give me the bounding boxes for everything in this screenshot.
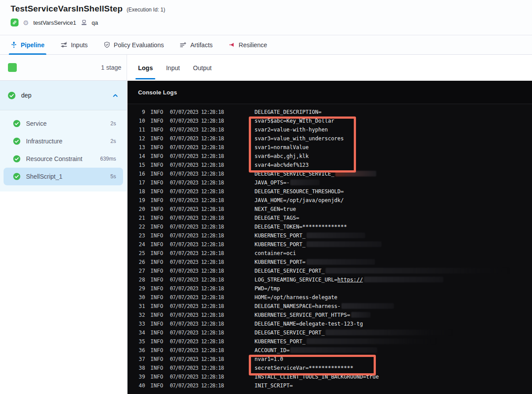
- inputs-icon: [60, 41, 67, 49]
- log-line: 17INFO07/07/2023 12:28:18JAVA_OPTS=-: [127, 180, 532, 188]
- execution-meta-row: ⚙ testVarsService1 qa: [11, 18, 98, 27]
- log-tab-bar: Logs Input Output: [127, 55, 532, 81]
- log-line: 10INFO07/07/2023 12:28:18svar5$abc=Key_W…: [127, 118, 532, 127]
- success-check-icon: [8, 92, 15, 99]
- log-line: 16INFO07/07/2023 12:28:18DELEGATE_SERVIC…: [127, 171, 532, 180]
- step-duration: 639ms: [100, 156, 116, 162]
- tab-logs[interactable]: Logs: [138, 55, 153, 81]
- redacted-value: [341, 303, 394, 309]
- redacted-value: [326, 268, 510, 274]
- tab-resilience-label: Resilience: [239, 41, 267, 49]
- log-line: 12INFO07/07/2023 12:28:18svar3=value_wit…: [127, 135, 532, 144]
- tab-pipeline-label: Pipeline: [21, 41, 45, 49]
- redacted-value: [335, 171, 376, 176]
- environment-icon: [81, 19, 87, 26]
- redacted-value: [364, 277, 443, 282]
- tab-policy-evaluations-label: Policy Evaluations: [114, 41, 164, 49]
- success-check-icon: [13, 173, 20, 180]
- log-line: 32INFO07/07/2023 12:28:18KUBERNETES_SERV…: [127, 312, 532, 321]
- log-line: 36INFO07/07/2023 12:28:18ACCOUNT_ID=: [127, 347, 532, 356]
- log-line: 39INFO07/07/2023 12:28:18INSTALL_CLIENT_…: [127, 374, 532, 383]
- log-line: 25INFO07/07/2023 12:28:18container=oci: [127, 250, 532, 259]
- step-row-resource-constraint[interactable]: Resource Constraint 639ms: [4, 150, 123, 168]
- resilience-icon: [229, 41, 235, 48]
- tab-artifacts-label: Artifacts: [190, 41, 213, 49]
- pipeline-icon: [11, 41, 17, 48]
- log-line: 14INFO07/07/2023 12:28:18svar6=abc,ghj,k…: [127, 153, 532, 162]
- step-row-service[interactable]: Service 2s: [4, 115, 123, 132]
- step-list: Service 2s Infrastructure 2s Resource Co…: [0, 110, 127, 191]
- log-line: 15INFO07/07/2023 12:28:18svar4=abc%def%1…: [127, 162, 532, 171]
- redacted-value: [326, 330, 453, 335]
- step-name: Service: [26, 120, 47, 127]
- tab-pipeline[interactable]: Pipeline: [11, 35, 45, 54]
- log-line: 27INFO07/07/2023 12:28:18DELEGATE_SERVIC…: [127, 268, 532, 277]
- redacted-value: [307, 259, 375, 265]
- log-line: 40INFO07/07/2023 12:28:18INIT_SCRIPT=: [127, 383, 532, 391]
- step-duration: 2s: [110, 138, 116, 144]
- step-row-infrastructure[interactable]: Infrastructure 2s: [4, 132, 123, 150]
- step-name: ShellScript_1: [26, 173, 63, 180]
- redacted-value: [290, 347, 377, 353]
- main-tab-bar: Pipeline Inputs Policy Evaluations Artif…: [0, 35, 532, 55]
- log-line: 22INFO07/07/2023 12:28:18DELEGATE_TOKEN=…: [127, 224, 532, 233]
- log-line: 38INFO07/07/2023 12:28:18secretServiceVa…: [127, 365, 532, 374]
- tab-inputs-label: Inputs: [71, 41, 88, 49]
- gear-icon: ⚙: [23, 19, 29, 26]
- service-link-icon: [11, 19, 19, 26]
- console-log-list: 9INFO07/07/2023 12:28:18DELEGATE_DESCRIP…: [127, 104, 532, 391]
- log-line: 9INFO07/07/2023 12:28:18DELEGATE_DESCRIP…: [127, 109, 532, 118]
- log-line: 21INFO07/07/2023 12:28:18DELEGATE_TAGS=: [127, 215, 532, 224]
- redacted-value: [307, 338, 437, 344]
- log-line: 33INFO07/07/2023 12:28:18DELEGATE_NAME=d…: [127, 321, 532, 330]
- step-duration: 5s: [110, 173, 116, 180]
- app-header: TestServiceVarsInShellStep (Execution Id…: [0, 0, 532, 35]
- log-line: 29INFO07/07/2023 12:28:18PWD=/tmp: [127, 285, 532, 294]
- redacted-value: [290, 180, 320, 185]
- artifacts-icon: [180, 41, 187, 49]
- console-header: Console Logs: [127, 81, 532, 104]
- log-line: 34INFO07/07/2023 12:28:18DELEGATE_SERVIC…: [127, 330, 532, 338]
- execution-id-label: (Execution Id: 1): [127, 7, 165, 13]
- stage-count-label: 1 stage: [101, 64, 121, 71]
- page-title: TestServiceVarsInShellStep: [11, 4, 123, 14]
- stage-name: dep: [21, 92, 31, 99]
- environment-name: qa: [92, 19, 98, 26]
- tab-inputs[interactable]: Inputs: [60, 35, 88, 54]
- redacted-value: [307, 233, 365, 238]
- log-line: 19INFO07/07/2023 12:28:18JAVA_HOME=/opt/…: [127, 197, 532, 206]
- title-row: TestServiceVarsInShellStep (Execution Id…: [11, 4, 165, 14]
- step-duration: 2s: [110, 120, 116, 127]
- step-name: Resource Constraint: [26, 155, 82, 162]
- stage-row-dep[interactable]: dep: [0, 81, 127, 110]
- stage-status-square-icon: [8, 63, 17, 72]
- log-line: 37INFO07/07/2023 12:28:18nvar1=1.0: [127, 356, 532, 365]
- policy-shield-icon: [104, 41, 110, 48]
- step-name: Infrastructure: [26, 138, 62, 145]
- log-url-link[interactable]: https://: [337, 277, 363, 283]
- console-body[interactable]: 9INFO07/07/2023 12:28:18DELEGATE_DESCRIP…: [127, 104, 532, 394]
- log-line: 20INFO07/07/2023 12:28:18NEXT_GEN=true: [127, 206, 532, 215]
- chevron-up-icon[interactable]: [112, 93, 118, 98]
- log-line: 13INFO07/07/2023 12:28:18svar1=normalVal…: [127, 144, 532, 153]
- step-row-shellscript-1[interactable]: ShellScript_1 5s: [4, 168, 123, 185]
- success-check-icon: [13, 138, 20, 145]
- log-line: 35INFO07/07/2023 12:28:18KUBERNETES_PORT…: [127, 338, 532, 347]
- log-line: 24INFO07/07/2023 12:28:18KUBERNETES_PORT…: [127, 241, 532, 250]
- success-check-icon: [13, 120, 20, 127]
- tab-resilience[interactable]: Resilience: [229, 35, 267, 54]
- service-name: testVarsService1: [33, 19, 76, 26]
- tab-output[interactable]: Output: [193, 55, 212, 81]
- log-line: 11INFO07/07/2023 12:28:18svar2=value-wit…: [127, 127, 532, 135]
- stage-summary-row: 1 stage: [0, 55, 127, 81]
- execution-sidebar: 1 stage dep Service 2s Infrastructure 2s…: [0, 55, 127, 394]
- tab-policy-evaluations[interactable]: Policy Evaluations: [104, 35, 164, 54]
- log-line: 26INFO07/07/2023 12:28:18KUBERNETES_PORT…: [127, 259, 532, 268]
- success-check-icon: [13, 155, 20, 162]
- log-line: 28INFO07/07/2023 12:28:18LOG_STREAMING_S…: [127, 277, 532, 285]
- log-line: 31INFO07/07/2023 12:28:18DELEGATE_NAMESP…: [127, 303, 532, 312]
- log-line: 18INFO07/07/2023 12:28:18DELEGATE_RESOUR…: [127, 188, 532, 197]
- tab-input[interactable]: Input: [166, 55, 180, 81]
- redacted-value: [307, 241, 382, 247]
- tab-artifacts[interactable]: Artifacts: [180, 35, 213, 54]
